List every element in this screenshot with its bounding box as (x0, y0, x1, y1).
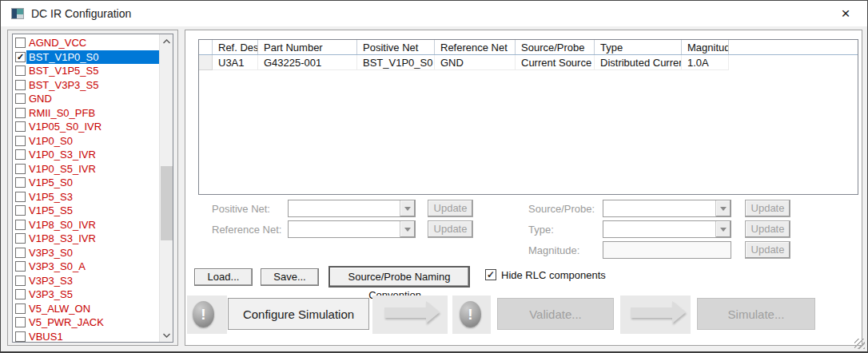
magnitude-field (603, 241, 731, 259)
source-probe-naming-convention-button[interactable]: Source/Probe Naming Convention... (328, 266, 470, 288)
net-name: V3P3_S5 (26, 288, 159, 301)
resize-grip[interactable] (854, 339, 865, 349)
configuration-panel: Ref. Des.Part NumberPositive NetReferenc… (185, 30, 862, 346)
table-cell: 1.0A (682, 55, 729, 70)
net-name: BST_V1P0_S0 (26, 50, 159, 64)
net-name: V1P5_S0 (26, 176, 159, 189)
net-name: V5_PWR_JACK (26, 315, 159, 329)
table-row[interactable]: U3A1G43225-001BST_V1P0_S0GNDCurrent Sour… (199, 55, 858, 70)
net-checkbox[interactable] (15, 289, 26, 299)
type-combo (603, 220, 731, 238)
save-button[interactable]: Save... (261, 268, 319, 286)
scroll-up-icon[interactable] (160, 34, 173, 48)
net-checkbox[interactable] (15, 192, 26, 202)
net-checkbox[interactable] (15, 303, 26, 314)
table-body: U3A1G43225-001BST_V1P0_S0GNDCurrent Sour… (199, 55, 858, 70)
net-list-scrollbar[interactable] (159, 34, 173, 342)
net-name: V1P0_S3_IVR (26, 148, 159, 161)
net-checkbox[interactable]: ✓ (15, 52, 26, 62)
list-item-v1p05_s0_ivr[interactable]: V1P05_S0_IVR (13, 120, 159, 134)
close-icon[interactable]: × (827, 1, 864, 26)
app-icon (11, 8, 24, 19)
scroll-down-icon[interactable] (160, 328, 173, 342)
list-item-v5_alw_on[interactable]: V5_ALW_ON (13, 302, 159, 316)
positive-net-update-button: Update (428, 200, 473, 217)
column-header-magnitude[interactable]: Magnitude (682, 40, 729, 54)
scrollbar-thumb[interactable] (161, 166, 173, 240)
list-item-bst_v1p5_s5[interactable]: BST_V1P5_S5 (13, 64, 159, 78)
net-name: V3P3_S0_A (26, 260, 159, 273)
net-checkbox[interactable] (15, 276, 26, 286)
net-checkbox[interactable] (15, 261, 26, 272)
validate-button: Validate... (497, 298, 614, 330)
net-checkbox[interactable] (15, 108, 26, 118)
list-item-vbus1[interactable]: VBUS1 (13, 330, 159, 343)
list-item-v1p5_s5[interactable]: V1P5_S5 (13, 204, 159, 218)
validate-warning-icon: ! (460, 301, 481, 327)
column-header-reference-net[interactable]: Reference Net (435, 40, 516, 54)
positive-net-combo (288, 200, 416, 217)
list-item-v3p3_s3[interactable]: V3P3_S3 (13, 274, 159, 288)
chevron-down-icon (400, 221, 415, 237)
hide-rlc-checkbox[interactable]: ✓ (485, 269, 496, 280)
configure-simulation-button[interactable]: Configure Simulation (228, 298, 369, 330)
net-checkbox[interactable] (15, 121, 26, 132)
net-checkbox[interactable] (15, 164, 26, 174)
column-header-ref-des-[interactable]: Ref. Des. (213, 40, 258, 54)
column-header-source-probe[interactable]: Source/Probe (516, 40, 595, 54)
list-item-agnd_vcc[interactable]: AGND_VCC (13, 36, 159, 50)
row-selector-cell[interactable] (199, 55, 213, 70)
column-header-part-number[interactable]: Part Number (258, 40, 357, 54)
list-item-v1p0_s0[interactable]: V1P0_S0 (13, 134, 159, 149)
net-name: BST_V3P3_S5 (26, 78, 159, 92)
net-name: V1P8_S0_IVR (26, 218, 159, 232)
load-button[interactable]: Load... (194, 268, 253, 286)
column-header-positive-net[interactable]: Positive Net (357, 40, 435, 54)
list-item-v1p8_s3_ivr[interactable]: V1P8_S3_IVR (13, 232, 159, 246)
table-header-row: Ref. Des.Part NumberPositive NetReferenc… (199, 40, 858, 55)
net-checkbox[interactable] (15, 93, 26, 104)
list-item-v5_pwr_jack[interactable]: V5_PWR_JACK (13, 315, 159, 330)
title-bar: DC IR Configuration × (1, 1, 867, 26)
list-item-rmii_s0_pfb[interactable]: RMII_S0_PFB (13, 106, 159, 121)
column-header-type[interactable]: Type (595, 40, 682, 54)
net-checkbox[interactable] (15, 331, 26, 342)
net-checkbox[interactable] (15, 177, 26, 188)
net-checkbox[interactable] (15, 136, 26, 146)
net-checkbox[interactable] (15, 317, 26, 327)
net-name: V1P05_S0_IVR (26, 120, 159, 133)
net-checkbox[interactable] (15, 149, 26, 160)
row-filler (729, 55, 858, 70)
net-name: V1P0_S0 (26, 134, 159, 148)
list-item-v3p3_s0[interactable]: V3P3_S0 (13, 246, 159, 260)
list-item-v1p8_s0_ivr[interactable]: V1P8_S0_IVR (13, 218, 159, 232)
table-cell: Distributed Current (595, 55, 682, 70)
reference-net-label: Reference Net: (212, 224, 281, 236)
net-checkbox[interactable] (15, 205, 26, 216)
list-item-bst_v1p0_s0[interactable]: ✓BST_V1P0_S0 (13, 50, 159, 65)
list-item-v3p3_s5[interactable]: V3P3_S5 (13, 288, 159, 302)
list-item-v1p5_s0[interactable]: V1P5_S0 (13, 176, 159, 190)
net-checkbox[interactable] (15, 233, 26, 244)
net-checkbox[interactable] (15, 38, 26, 48)
reference-net-update-button: Update (428, 220, 473, 238)
net-list-panel: AGND_VCC✓BST_V1P0_S0BST_V1P5_S5BST_V3P3_… (7, 30, 178, 346)
chevron-down-icon (715, 221, 731, 237)
net-checkbox[interactable] (15, 65, 26, 76)
net-checkbox[interactable] (15, 248, 26, 258)
list-item-gnd[interactable]: GND (13, 92, 159, 106)
list-item-v3p3_s0_a[interactable]: V3P3_S0_A (13, 260, 159, 274)
list-item-v1p0_s3_ivr[interactable]: V1P0_S3_IVR (13, 148, 159, 162)
net-checkbox[interactable] (15, 220, 26, 230)
simulate-button: Simulate... (697, 298, 815, 330)
net-listbox: AGND_VCC✓BST_V1P0_S0BST_V1P5_S5BST_V3P3_… (12, 34, 173, 343)
net-checkbox[interactable] (15, 80, 26, 90)
configure-warning-icon: ! (193, 301, 214, 327)
window-title: DC IR Configuration (31, 7, 131, 20)
list-item-v1p5_s3[interactable]: V1P5_S3 (13, 190, 159, 204)
net-name: V1P8_S3_IVR (26, 232, 159, 245)
type-update-button: Update (745, 220, 790, 238)
list-item-bst_v3p3_s5[interactable]: BST_V3P3_S5 (13, 78, 159, 93)
net-name: GND (26, 92, 159, 105)
list-item-v1p0_s5_ivr[interactable]: V1P0_S5_IVR (13, 162, 159, 176)
